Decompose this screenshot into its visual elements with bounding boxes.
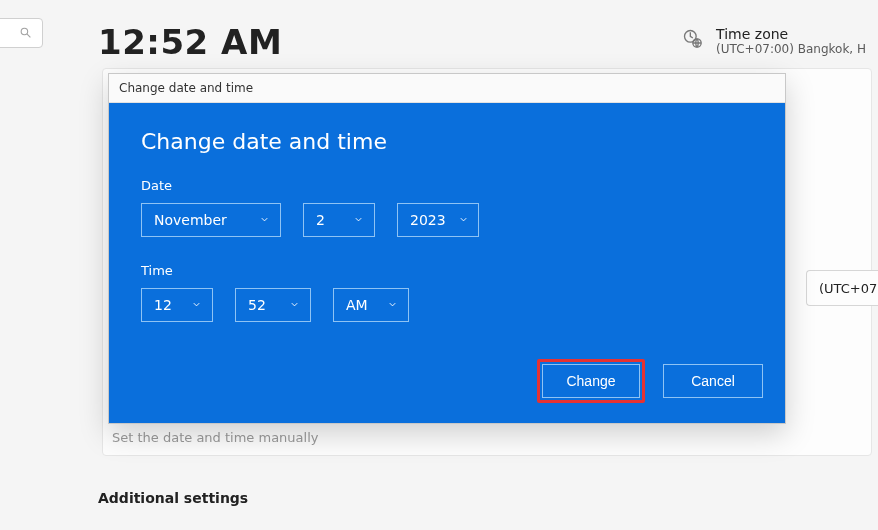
hour-value: 12 [154, 297, 172, 313]
timezone-title: Time zone [716, 26, 866, 42]
svg-line-1 [27, 34, 30, 37]
chevron-down-icon [259, 212, 270, 228]
search-icon [19, 24, 32, 43]
day-value: 2 [316, 212, 325, 228]
timezone-dropdown[interactable]: (UTC+07:00 [806, 270, 878, 306]
clock-globe-icon [682, 28, 702, 48]
change-button[interactable]: Change [542, 364, 640, 398]
day-select[interactable]: 2 [303, 203, 375, 237]
month-value: November [154, 212, 227, 228]
month-select[interactable]: November [141, 203, 281, 237]
dialog-heading: Change date and time [141, 129, 753, 154]
change-button-highlight: Change [537, 359, 645, 403]
timezone-value: (UTC+07:00) Bangkok, H [716, 42, 866, 56]
svg-point-0 [21, 28, 28, 35]
minute-select[interactable]: 52 [235, 288, 311, 322]
chevron-down-icon [191, 297, 202, 313]
minute-value: 52 [248, 297, 266, 313]
ampm-select[interactable]: AM [333, 288, 409, 322]
dialog-titlebar: Change date and time [109, 74, 785, 103]
ampm-value: AM [346, 297, 368, 313]
chevron-down-icon [289, 297, 300, 313]
year-value: 2023 [410, 212, 446, 228]
date-label: Date [141, 178, 753, 193]
year-select[interactable]: 2023 [397, 203, 479, 237]
timezone-info: Time zone (UTC+07:00) Bangkok, H [682, 26, 866, 56]
hour-select[interactable]: 12 [141, 288, 213, 322]
manual-set-hint: Set the date and time manually [112, 430, 318, 445]
time-label: Time [141, 263, 753, 278]
chevron-down-icon [353, 212, 364, 228]
additional-settings-heading: Additional settings [98, 490, 248, 506]
change-date-time-dialog: Change date and time Change date and tim… [108, 73, 786, 424]
chevron-down-icon [387, 297, 398, 313]
chevron-down-icon [458, 212, 469, 228]
search-input[interactable] [0, 18, 43, 48]
cancel-button[interactable]: Cancel [663, 364, 763, 398]
